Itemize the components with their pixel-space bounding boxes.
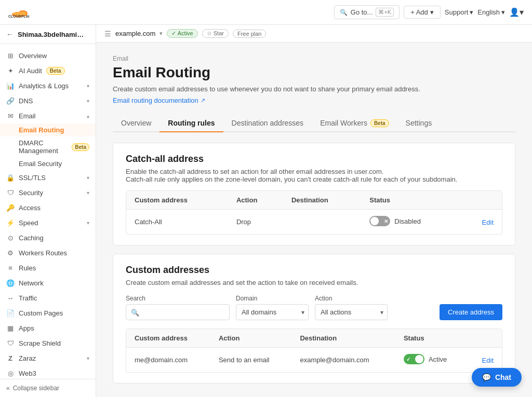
analytics-caret-icon: ▾ xyxy=(87,83,89,89)
sidebar-item-ssl[interactable]: 🔒 SSL/TLS ▾ xyxy=(0,170,96,185)
main-content: Email Email Routing Create custom email … xyxy=(96,43,532,397)
chat-button[interactable]: 💬 Chat xyxy=(472,368,522,387)
sidebar-item-analytics[interactable]: 📊 Analytics & Logs ▾ xyxy=(0,78,96,93)
sidebar-item-speed[interactable]: ⚡ Speed ▾ xyxy=(0,215,96,230)
support-button[interactable]: Support ▾ xyxy=(445,8,474,16)
col-destination: Destination xyxy=(291,329,395,348)
toggle-thumb-on xyxy=(415,355,423,363)
catch-all-toggle[interactable]: ✕ Disabled xyxy=(369,216,421,226)
sidebar-item-label: Rules xyxy=(19,264,36,272)
tab-routing-rules[interactable]: Routing rules xyxy=(159,115,223,132)
custom-addresses-title: Custom addresses xyxy=(126,265,502,276)
collapse-icon: « xyxy=(6,385,10,392)
sidebar-item-overview[interactable]: ⊞ Overview xyxy=(0,48,96,63)
tab-destination-addresses[interactable]: Destination addresses xyxy=(223,115,312,132)
col-custom-address: Custom address xyxy=(126,191,228,210)
access-icon: 🔑 xyxy=(6,204,15,212)
star-badge[interactable]: ☆ Star xyxy=(202,29,229,38)
support-label: Support xyxy=(445,8,469,16)
security-caret-icon: ▾ xyxy=(87,190,89,196)
user-button[interactable]: 👤▾ xyxy=(509,7,524,17)
row-action: Send to an email xyxy=(210,348,292,373)
language-caret-icon: ▾ xyxy=(501,8,505,16)
add-button[interactable]: + Add ▾ xyxy=(404,6,441,19)
sidebar-item-ai-audit[interactable]: ✦ AI Audit Beta xyxy=(0,63,96,78)
sidebar-nav: ⊞ Overview ✦ AI Audit Beta 📊 Analytics &… xyxy=(0,44,96,379)
sidebar-item-access[interactable]: 🔑 Access xyxy=(0,200,96,215)
sidebar-sub-item-dmarc[interactable]: DMARC Management Beta xyxy=(0,136,96,157)
sidebar-header[interactable]: ← Shimaa.3bdelhamid... xyxy=(0,25,96,44)
active-badge: ✓ Active xyxy=(167,29,197,38)
sidebar-item-label: Web3 xyxy=(19,369,36,377)
logo[interactable]: CLOUDFLARE xyxy=(8,6,29,19)
sidebar-item-traffic[interactable]: ↔ Traffic xyxy=(0,291,96,306)
sidebar-item-email[interactable]: ✉ Email ▴ xyxy=(0,108,96,124)
chat-label: Chat xyxy=(495,373,511,381)
catch-all-table: Custom address Action Destination Status… xyxy=(126,191,502,234)
language-button[interactable]: English ▾ xyxy=(477,8,505,16)
create-address-button[interactable]: Create address xyxy=(440,304,502,320)
sidebar-item-security[interactable]: 🛡 Security ▾ xyxy=(0,185,96,200)
search-label: Search xyxy=(126,295,230,302)
col-custom-address: Custom address xyxy=(126,329,210,348)
domain-select[interactable]: All domains xyxy=(236,304,309,320)
caching-icon: ⊙ xyxy=(6,234,15,242)
catch-all-edit-link[interactable]: Edit xyxy=(482,218,494,226)
custom-pages-icon: 📄 xyxy=(6,309,15,317)
sidebar-sub-item-email-routing[interactable]: Email Routing xyxy=(0,124,96,136)
sidebar-item-label: Traffic xyxy=(19,294,37,302)
col-action: Action xyxy=(228,191,283,210)
topnav: CLOUDFLARE 🔍 Go to... ⌘+K + Add ▾ Suppor… xyxy=(0,0,532,25)
row-edit-link[interactable]: Edit xyxy=(482,357,494,364)
toggle-thumb xyxy=(370,217,379,225)
domain-bar: ☰ example.com ▾ ✓ Active ☆ Star Free pla… xyxy=(96,25,532,43)
action-select[interactable]: All actions xyxy=(315,304,388,320)
search-icon: 🔍 xyxy=(131,308,139,316)
sidebar-item-apps[interactable]: ▦ Apps xyxy=(0,321,96,336)
catch-all-action: Drop xyxy=(228,210,283,235)
custom-addresses-table-wrapper: Custom address Action Destination Status… xyxy=(126,328,502,373)
sidebar-item-scrape-shield[interactable]: 🛡 Scrape Shield xyxy=(0,336,96,351)
sidebar-item-custom-pages[interactable]: 📄 Custom Pages xyxy=(0,306,96,321)
add-label: + Add xyxy=(410,8,428,16)
action-filter-group: Action All actions ▾ xyxy=(315,295,388,320)
doc-link[interactable]: Email routing documentation ↗ xyxy=(113,97,205,104)
zaraz-icon: Z xyxy=(6,354,15,362)
email-routing-label: Email Routing xyxy=(19,126,64,134)
ssl-icon: 🔒 xyxy=(6,174,15,182)
tab-email-workers-label: Email Workers xyxy=(320,119,367,127)
tab-email-workers[interactable]: Email Workers Beta xyxy=(312,115,397,132)
goto-kbd: ⌘+K xyxy=(376,8,394,17)
col-actions xyxy=(460,191,502,210)
sidebar-item-caching[interactable]: ⊙ Caching xyxy=(0,230,96,245)
back-icon: ← xyxy=(6,30,14,38)
sidebar-item-web3[interactable]: ◎ Web3 xyxy=(0,366,96,379)
ai-audit-icon: ✦ xyxy=(6,67,15,75)
search-input[interactable] xyxy=(126,304,230,320)
sidebar-item-label: Analytics & Logs xyxy=(19,82,69,90)
catch-all-desc1: Enable the catch-all address to set an a… xyxy=(126,168,502,175)
active-status-text: Active xyxy=(429,355,447,363)
catch-all-desc2: Catch-all rule only applies on the zone-… xyxy=(126,175,502,183)
sidebar-item-rules[interactable]: ≡ Rules xyxy=(0,261,96,276)
tab-overview[interactable]: Overview xyxy=(113,115,159,132)
rules-icon: ≡ xyxy=(6,264,15,272)
tab-settings[interactable]: Settings xyxy=(397,115,441,132)
active-toggle[interactable]: ✓ Active xyxy=(404,354,447,364)
collapse-sidebar[interactable]: « Collapse sidebar xyxy=(0,379,96,397)
domain-caret-icon[interactable]: ▾ xyxy=(159,30,163,37)
catch-all-edit[interactable]: Edit xyxy=(460,210,502,235)
sidebar-item-workers-routes[interactable]: ⚙ Workers Routes xyxy=(0,245,96,261)
toggle-track-on: ✓ xyxy=(404,354,424,364)
catch-all-address: Catch-All xyxy=(126,210,228,235)
sidebar-item-dns[interactable]: 🔗 DNS ▾ xyxy=(0,93,96,108)
domain-name: example.com xyxy=(115,30,155,37)
network-icon: 🌐 xyxy=(6,279,15,287)
sidebar-item-label: Security xyxy=(19,189,43,197)
sidebar-item-network[interactable]: 🌐 Network xyxy=(0,276,96,291)
sidebar-item-label: Email xyxy=(19,112,36,120)
col-status: Status xyxy=(361,191,460,210)
sidebar-sub-item-email-security[interactable]: Email Security xyxy=(0,157,96,170)
sidebar-item-zaraz[interactable]: Z Zaraz ▾ xyxy=(0,351,96,366)
goto-button[interactable]: 🔍 Go to... ⌘+K xyxy=(334,5,400,19)
